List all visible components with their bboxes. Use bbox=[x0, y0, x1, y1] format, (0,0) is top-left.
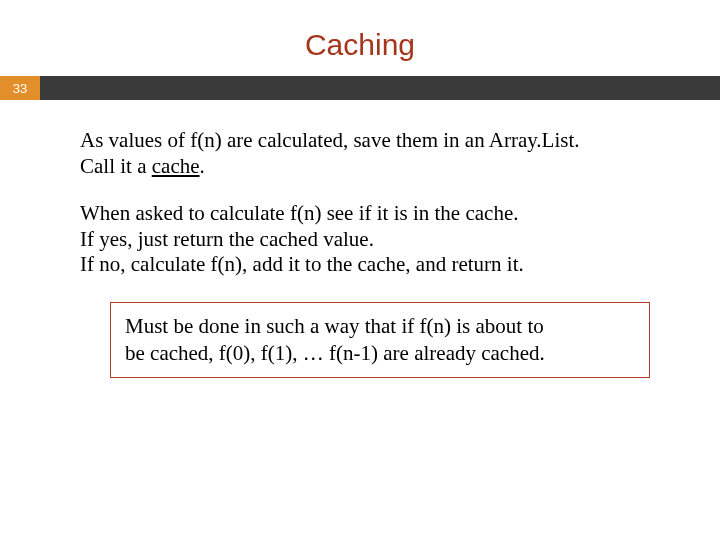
paragraph-1: As values of f(n) are calculated, save t… bbox=[80, 128, 680, 179]
p2-line2: If yes, just return the cached value. bbox=[80, 227, 374, 251]
box-line2: be cached, f(0), f(1), … f(n-1) are alre… bbox=[125, 341, 545, 365]
p1-line2a: Call it a bbox=[80, 154, 152, 178]
p2-line3: If no, calculate f(n), add it to the cac… bbox=[80, 252, 524, 276]
slide-title: Caching bbox=[0, 28, 720, 62]
page-number: 33 bbox=[0, 76, 40, 100]
callout-box: Must be done in such a way that if f(n) … bbox=[110, 302, 650, 378]
header-band: 33 bbox=[0, 76, 720, 100]
slide: Caching 33 As values of f(n) are calcula… bbox=[0, 0, 720, 540]
p2-line1: When asked to calculate f(n) see if it i… bbox=[80, 201, 518, 225]
content-area: As values of f(n) are calculated, save t… bbox=[0, 100, 720, 378]
paragraph-2: When asked to calculate f(n) see if it i… bbox=[80, 201, 680, 278]
p1-cache-word: cache bbox=[152, 154, 200, 178]
header-band-fill bbox=[40, 76, 720, 100]
box-line1: Must be done in such a way that if f(n) … bbox=[125, 314, 544, 338]
p1-line2c: . bbox=[200, 154, 205, 178]
p1-line1: As values of f(n) are calculated, save t… bbox=[80, 128, 580, 152]
title-area: Caching bbox=[0, 0, 720, 76]
